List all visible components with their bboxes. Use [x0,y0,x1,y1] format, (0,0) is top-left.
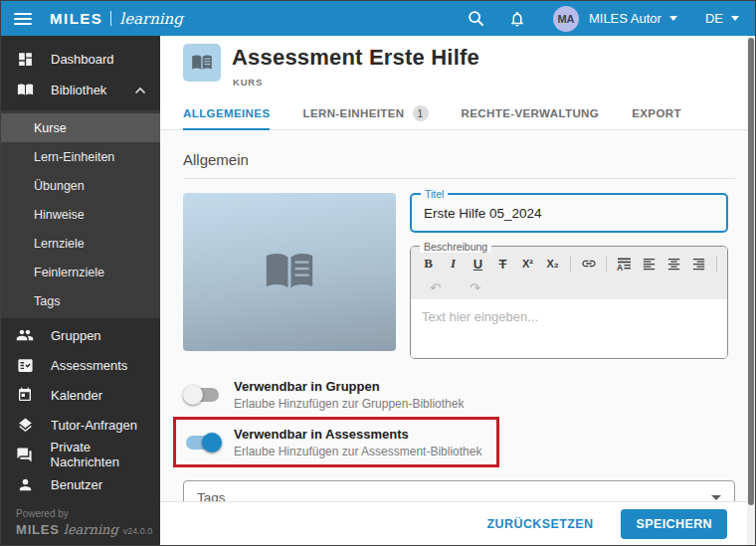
sidebar-item-feinlernziele[interactable]: Feinlernziele [1,258,160,286]
person-icon [16,475,34,493]
tab-bar: ALLGEMEINES LERN-EINHEITEN1 RECHTE-VERWA… [183,105,681,130]
page-header: Assessment Erste Hilfe KURS ALLGEMEINES … [160,36,755,130]
assessments-toggle[interactable] [186,436,219,450]
sidebar-item-hinweise[interactable]: Hinweise [1,200,160,229]
toggle-row-gruppen: Verwendbar in Gruppen Erlaube Hinzufügen… [183,379,464,411]
description-editor[interactable]: Text hier eingeben... [411,299,727,358]
form-content: Allgemein Titel Erste Hilfe 05_2024 Besc… [160,130,747,501]
chevron-down-icon [669,16,677,21]
toolbar-separator [606,256,607,273]
save-button[interactable]: SPEICHERN [621,509,727,539]
chevron-down-icon [731,16,739,21]
main-area: Assessment Erste Hilfe KURS ALLGEMEINES … [160,36,755,545]
avatar[interactable]: MA [553,6,579,32]
sidebar-item-lernziele[interactable]: Lernziele [1,229,160,258]
sidebar-item-lern-einheiten[interactable]: Lern-Einheiten [1,142,160,171]
sidebar-item-gruppen[interactable]: Gruppen [1,320,160,350]
sidebar-item-tutor-anfragen[interactable]: Tutor-Anfragen [1,410,160,440]
sidebar-item-tags[interactable]: Tags [1,286,160,315]
page-type-label: KURS [233,77,263,88]
toggle-row-assessments: Verwendbar in Assessments Erlaube Hinzuf… [183,427,481,458]
language-code: DE [705,11,723,26]
page-title: Assessment Erste Hilfe [232,45,479,71]
library-book-icon [16,82,34,99]
sidebar-item-uebungen[interactable]: Übungen [1,171,160,200]
brand-logo: MILES learning [50,10,183,28]
sidebar-item-benutzer[interactable]: Benutzer [1,469,160,499]
richtext-toolbar: B I U T X² X₂ [411,247,727,299]
gruppen-toggle[interactable] [186,388,219,402]
toggle-description: Erlaube Hinzufügen zur Gruppen-Bibliothe… [234,397,464,411]
underline-icon[interactable]: U [468,254,488,274]
sidebar-item-bibliothek[interactable]: Bibliothek [1,75,160,105]
toolbar-separator [716,256,717,273]
tab-rechte-verwaltung[interactable]: RECHTE-VERWALTUNG [462,105,600,130]
toggle-label: Verwendbar in Gruppen [234,379,464,394]
title-field-value[interactable]: Erste Hilfe 05_2024 [412,195,726,221]
chevron-up-icon [134,87,146,94]
user-menu[interactable]: MA MILES Autor [553,6,677,32]
sidebar-footer: Powered by MILES learning v24.0.0 [16,508,152,537]
sidebar-item-label: Bibliothek [51,83,106,97]
groups-icon [16,326,34,344]
brand-divider [110,11,111,26]
user-name: MILES Autor [589,11,662,26]
superscript-icon[interactable]: X² [517,254,538,274]
tab-badge: 1 [413,105,429,121]
tags-field[interactable]: Tags [183,480,735,501]
language-selector[interactable]: DE [705,11,739,26]
sidebar-item-kalender[interactable]: Kalender [1,380,160,410]
bold-icon[interactable]: B [418,254,439,274]
sidebar-item-dashboard[interactable]: Dashboard [1,44,160,75]
menu-icon[interactable] [14,13,32,25]
sidebar-item-label: Dashboard [51,52,114,67]
sidebar-library-submenu: Kurse Lern-Einheiten Übungen Hinweise Le… [1,110,160,318]
tags-field-label: Tags [197,490,226,502]
footer-brand-suffix: learning [64,522,118,537]
description-field: Beschreibung B I U T X² X₂ [410,246,728,359]
chat-icon [16,446,34,463]
brand-suffix: learning [119,10,183,28]
sidebar-item-private-nachrichten[interactable]: Private Nachrichten [1,440,160,469]
svg-text:A: A [617,262,623,271]
footer-brand-name: MILES [16,522,60,537]
notifications-icon[interactable] [508,10,526,28]
section-title: Allgemein [183,151,735,168]
calendar-icon [16,386,34,404]
toggle-label: Verwendbar in Assessments [234,427,481,442]
app-window: MILES learning MA MILES Autor DE [0,0,756,546]
italic-icon[interactable]: I [443,254,464,274]
dashboard-icon [16,51,34,69]
subscript-icon[interactable]: X₂ [542,254,563,274]
topbar: MILES learning MA MILES Autor DE [1,1,755,36]
course-book-icon [183,44,221,82]
scrollbar-thumb[interactable] [748,38,754,505]
search-icon[interactable] [467,9,485,28]
title-field-label: Titel [421,188,448,200]
strikethrough-icon[interactable]: T [492,254,513,274]
undo-icon[interactable]: ↶ [425,277,446,298]
title-field[interactable]: Titel Erste Hilfe 05_2024 [410,193,728,233]
description-field-label: Beschreibung [420,241,491,253]
toggle-description: Erlaube Hinzufügen zur Assessment-Biblio… [234,445,481,458]
align-center-icon[interactable] [663,254,684,274]
align-right-icon[interactable] [688,254,709,274]
sidebar: Dashboard Bibliothek Kurse Lern-Einheite… [1,36,160,545]
tab-allgemeines[interactable]: ALLGEMEINES [183,105,270,130]
assessment-icon [16,356,34,374]
link-icon[interactable] [578,254,599,274]
course-image-placeholder[interactable] [183,193,396,351]
section-divider [183,178,735,179]
tab-lern-einheiten[interactable]: LERN-EINHEITEN1 [302,105,428,130]
tab-export[interactable]: EXPORT [632,105,681,130]
version-label: v24.0.0 [123,526,153,536]
sidebar-item-assessments[interactable]: Assessments [1,350,160,380]
sidebar-item-kurse[interactable]: Kurse [1,113,160,142]
scrollbar[interactable] [747,36,755,545]
brand-name: MILES [50,10,102,27]
redo-icon[interactable]: ↷ [465,277,485,298]
format-text-a-icon[interactable]: A [614,254,635,274]
reset-button[interactable]: ZURÜCKSETZEN [487,517,594,531]
action-bar: ZURÜCKSETZEN SPEICHERN [160,501,747,545]
align-left-icon[interactable] [639,254,660,274]
